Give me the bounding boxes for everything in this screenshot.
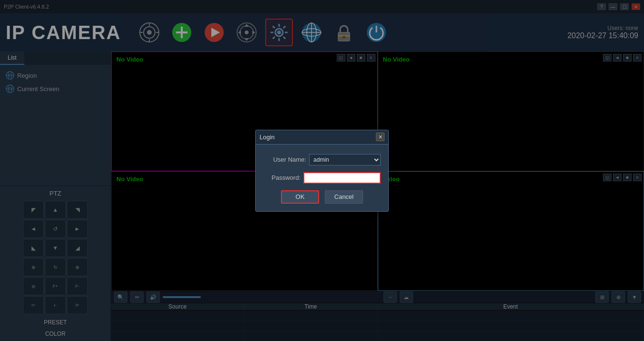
password-row: Password: (263, 172, 381, 184)
dialog-close-button[interactable]: ✕ (376, 133, 384, 141)
dialog-title: Login (260, 134, 275, 141)
dialog-buttons: OK Cancel (263, 190, 381, 204)
dialog-overlay: Login ✕ User Name: admin user Password: … (0, 0, 644, 341)
username-label: User Name: (263, 156, 306, 163)
password-label: Password: (263, 174, 301, 181)
dialog-titlebar: Login ✕ (256, 130, 388, 145)
cancel-button[interactable]: Cancel (325, 190, 363, 204)
dialog-body: User Name: admin user Password: OK Cance… (256, 145, 388, 211)
ok-button[interactable]: OK (281, 190, 319, 204)
login-dialog: Login ✕ User Name: admin user Password: … (255, 130, 389, 212)
password-input[interactable] (303, 172, 381, 184)
username-row: User Name: admin user (263, 154, 381, 165)
username-select[interactable]: admin user (309, 154, 381, 165)
